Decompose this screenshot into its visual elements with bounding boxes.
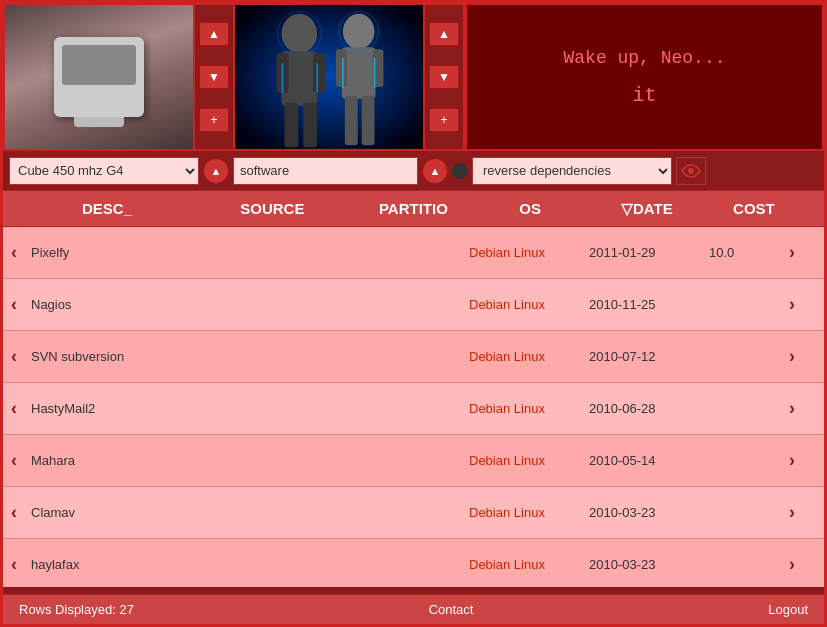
cell-date-2: 2010-07-12 — [583, 345, 703, 368]
terminal-panel: Wake up, Neo... it — [465, 5, 822, 149]
row-nav-right-0[interactable]: › — [781, 227, 803, 279]
svg-point-19 — [688, 168, 694, 174]
cell-os-5: Debian Linux — [463, 501, 583, 524]
row-nav-right-5[interactable]: › — [781, 487, 803, 539]
row-nav-right-4[interactable]: › — [781, 435, 803, 487]
cell-os-2: Debian Linux — [463, 345, 583, 368]
down-arrow-left-btn[interactable]: ▼ — [199, 65, 229, 89]
table-body: ‹ Pixelfy Debian Linux 2011-01-29 10.0 ›… — [3, 227, 824, 587]
cell-source-4 — [173, 457, 343, 465]
cell-cost-3 — [703, 405, 781, 413]
cell-partition-0 — [343, 249, 463, 257]
cell-cost-4 — [703, 457, 781, 465]
row-nav-left-1[interactable]: ‹ — [3, 279, 25, 331]
rows-displayed: Rows Displayed: 27 — [19, 602, 134, 617]
cell-os-0: Debian Linux — [463, 241, 583, 264]
left-controls-panel: ▲ ▼ + — [195, 5, 235, 149]
cell-cost-0: 10.0 — [703, 241, 781, 264]
terminal-line1: Wake up, Neo... — [563, 48, 725, 68]
svg-rect-11 — [336, 49, 347, 87]
row-nav-left-3[interactable]: ‹ — [3, 383, 25, 435]
svg-point-1 — [282, 14, 318, 54]
cell-date-1: 2010-11-25 — [583, 293, 703, 316]
cell-cost-1 — [703, 301, 781, 309]
col-header-date[interactable]: ▽DATE — [589, 200, 706, 218]
left-image-panel — [5, 5, 195, 149]
plus-left-btn[interactable]: + — [199, 108, 229, 132]
cell-source-2 — [173, 353, 343, 361]
row-nav-left-2[interactable]: ‹ — [3, 331, 25, 383]
table-row: ‹ Nagios Debian Linux 2010-11-25 › — [3, 279, 824, 331]
cell-desc-2: SVN subversion — [25, 345, 173, 368]
row-nav-right-1[interactable]: › — [781, 279, 803, 331]
up-arrow-right-btn[interactable]: ▲ — [429, 22, 459, 46]
table-row: ‹ HastyMail2 Debian Linux 2010-06-28 › — [3, 383, 824, 435]
cell-source-5 — [173, 509, 343, 517]
cell-source-3 — [173, 405, 343, 413]
cell-cost-2 — [703, 353, 781, 361]
col-header-source[interactable]: SOURCE — [190, 200, 355, 217]
search-up-btn[interactable]: ▲ — [422, 158, 448, 184]
search-bar: Cube 450 mhz G4 ▲ ▲ reverse dependencies… — [3, 151, 824, 191]
svg-rect-10 — [342, 47, 376, 98]
cell-partition-3 — [343, 405, 463, 413]
row-nav-right-3[interactable]: › — [781, 383, 803, 435]
plus-right-btn[interactable]: + — [429, 108, 459, 132]
eye-btn[interactable] — [676, 157, 706, 185]
row-nav-left-0[interactable]: ‹ — [3, 227, 25, 279]
cell-source-6 — [173, 561, 343, 569]
cell-source-1 — [173, 301, 343, 309]
table-row: ‹ Mahara Debian Linux 2010-05-14 › — [3, 435, 824, 487]
cell-cost-5 — [703, 509, 781, 517]
cell-desc-3: HastyMail2 — [25, 397, 173, 420]
row-nav-right-2[interactable]: › — [781, 331, 803, 383]
col-header-cost[interactable]: COST — [705, 200, 802, 217]
cell-partition-4 — [343, 457, 463, 465]
table-row: ‹ SVN subversion Debian Linux 2010-07-12… — [3, 331, 824, 383]
row-nav-left-6[interactable]: ‹ — [3, 539, 25, 588]
cell-partition-2 — [343, 353, 463, 361]
table-header: DESC_ SOURCE PARTITIO OS ▽DATE COST — [3, 191, 824, 227]
up-arrow-left-btn[interactable]: ▲ — [199, 22, 229, 46]
col-header-os[interactable]: OS — [472, 200, 589, 217]
machine-up-btn[interactable]: ▲ — [203, 158, 229, 184]
dependency-select[interactable]: reverse dependencies forward dependencie… — [472, 157, 672, 185]
logout-button[interactable]: Logout — [768, 602, 808, 617]
cell-source-0 — [173, 249, 343, 257]
cell-date-5: 2010-03-23 — [583, 501, 703, 524]
svg-rect-14 — [362, 96, 375, 145]
svg-rect-6 — [303, 103, 317, 148]
cell-desc-0: Pixelfy — [25, 241, 173, 264]
cell-date-3: 2010-06-28 — [583, 397, 703, 420]
row-nav-left-5[interactable]: ‹ — [3, 487, 25, 539]
table-row: ‹ Pixelfy Debian Linux 2011-01-29 10.0 › — [3, 227, 824, 279]
cell-date-6: 2010-03-23 — [583, 553, 703, 576]
cell-os-3: Debian Linux — [463, 397, 583, 420]
col-header-desc[interactable]: DESC_ — [24, 200, 189, 217]
radio-button[interactable] — [452, 163, 468, 179]
cell-desc-1: Nagios — [25, 293, 173, 316]
cell-desc-4: Mahara — [25, 449, 173, 472]
down-arrow-right-btn[interactable]: ▼ — [429, 65, 459, 89]
cell-partition-6 — [343, 561, 463, 569]
search-input[interactable] — [233, 157, 418, 185]
row-nav-left-4[interactable]: ‹ — [3, 435, 25, 487]
cell-os-4: Debian Linux — [463, 449, 583, 472]
cell-os-6: Debian Linux — [463, 553, 583, 576]
center-image-panel — [235, 5, 425, 149]
cell-cost-6 — [703, 561, 781, 569]
cell-partition-5 — [343, 509, 463, 517]
cell-partition-1 — [343, 301, 463, 309]
svg-rect-0 — [235, 5, 423, 149]
col-header-partition[interactable]: PARTITIO — [355, 200, 472, 217]
row-nav-right-6[interactable]: › — [781, 539, 803, 588]
cell-desc-6: haylafax — [25, 553, 173, 576]
machine-select[interactable]: Cube 450 mhz G4 — [9, 157, 199, 185]
contact-link[interactable]: Contact — [429, 602, 474, 617]
svg-rect-5 — [284, 103, 298, 148]
terminal-line2: it — [632, 84, 656, 107]
svg-point-9 — [343, 14, 375, 50]
cell-date-0: 2011-01-29 — [583, 241, 703, 264]
table-row: ‹ haylafax Debian Linux 2010-03-23 › — [3, 539, 824, 587]
table-row: ‹ Clamav Debian Linux 2010-03-23 › — [3, 487, 824, 539]
